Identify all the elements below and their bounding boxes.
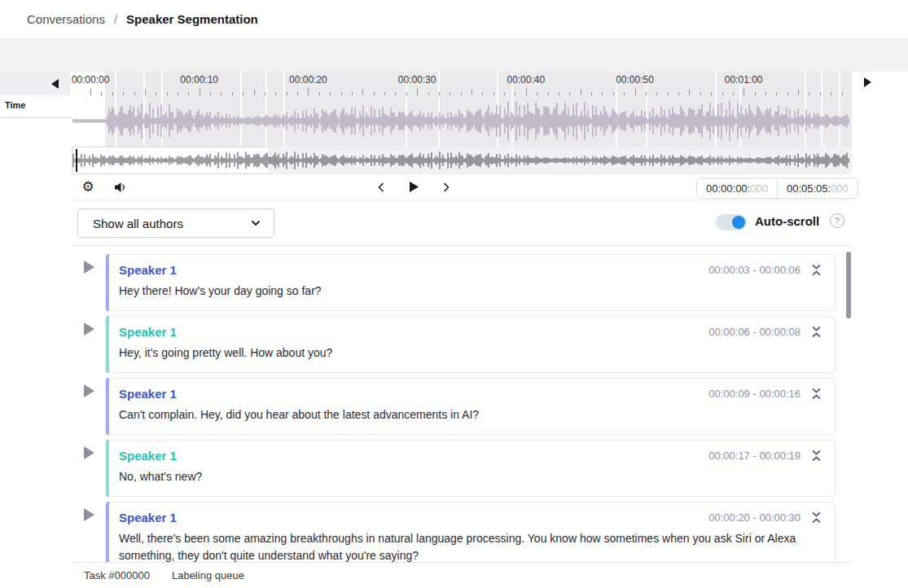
segment-transcript[interactable]: Can't complain. Hey, did you hear about … (119, 406, 822, 423)
time-display: 00:00:00:000 00:05:05:000 (696, 178, 858, 199)
segment-time-range: 00:00:20 - 00:00:30 (708, 511, 801, 524)
page-title: Speaker Segmentation (126, 12, 258, 26)
collapse-icon[interactable] (811, 325, 822, 339)
breadcrumb-conversations[interactable]: Conversations (27, 12, 105, 26)
total-duration-input[interactable]: 00:05:05:000 (777, 178, 858, 198)
timeline-left-cell (0, 72, 70, 95)
collapse-icon[interactable] (811, 511, 822, 524)
collapse-icon[interactable] (811, 449, 822, 463)
toggle-knob (732, 216, 745, 229)
chevron-down-icon (251, 220, 261, 226)
waveform-minimap[interactable] (72, 147, 852, 174)
status-bar: Task #000000 Labeling queue (72, 562, 852, 588)
speaker-label[interactable]: Speaker 1 (119, 324, 177, 340)
collapse-icon[interactable] (811, 387, 822, 401)
segment-transcript[interactable]: Hey, it's going pretty well. How about y… (119, 344, 822, 362)
segment-play-icon[interactable] (84, 261, 94, 274)
segment-play-icon[interactable] (84, 323, 94, 336)
ruler-tick-label: 00:00:10 (180, 74, 218, 86)
segment-card[interactable]: Speaker 100:00:06 - 00:00:08Hey, it's go… (105, 316, 836, 373)
segment-play-icon[interactable] (84, 508, 94, 521)
segment-row: Speaker 100:00:03 - 00:00:06Hey there! H… (72, 254, 852, 311)
play-icon[interactable] (406, 174, 422, 200)
main-waveform (72, 95, 852, 147)
segment-row: Speaker 100:00:09 - 00:00:16Can't compla… (72, 378, 852, 435)
time-ruler-ticks (72, 87, 852, 95)
previous-region-icon[interactable] (373, 174, 389, 200)
auto-scroll-label: Auto-scroll (755, 214, 819, 228)
segment-row: Speaker 100:00:20 - 00:00:30Well, there'… (72, 502, 852, 562)
ruler-tick-label: 00:00:00 (72, 74, 110, 86)
segment-card[interactable]: Speaker 100:00:20 - 00:00:30Well, there'… (105, 502, 836, 562)
segment-list: Speaker 100:00:03 - 00:00:06Hey there! H… (72, 245, 852, 562)
segment-transcript[interactable]: Hey there! How's your day going so far? (119, 283, 822, 300)
ruler-tick-label: 00:00:20 (289, 74, 327, 86)
ruler-tick-label: 00:00:30 (398, 74, 436, 86)
speaker-label[interactable]: Speaker 1 (119, 386, 177, 402)
speaker-color-stripe (106, 502, 109, 562)
task-id-label: Task #000000 (84, 569, 150, 581)
list-scrollbar[interactable] (846, 252, 851, 318)
filter-bar: Show all authors Auto-scroll ? (72, 200, 852, 245)
speaker-color-stripe (106, 316, 109, 373)
scroll-right-icon[interactable] (864, 77, 871, 87)
speaker-label[interactable]: Speaker 1 (119, 448, 177, 464)
segment-time-range: 00:00:03 - 00:00:06 (708, 264, 801, 276)
time-ruler: 00:00:0000:00:1000:00:2000:00:3000:00:40… (72, 74, 852, 87)
volume-icon[interactable] (111, 174, 130, 200)
ruler-tick-label: 00:00:40 (507, 74, 545, 86)
segment-card[interactable]: Speaker 100:00:17 - 00:00:19No, what's n… (105, 440, 836, 497)
ruler-tick-label: 00:00:50 (616, 74, 654, 86)
segment-transcript[interactable]: Well, there's been some amazing breakthr… (119, 530, 822, 562)
segment-row: Speaker 100:00:17 - 00:00:19No, what's n… (72, 440, 852, 497)
ruler-tick-label: 00:01:00 (725, 74, 763, 86)
segment-transcript[interactable]: No, what's new? (119, 468, 822, 485)
minimap-waveform (72, 147, 852, 174)
next-region-icon[interactable] (438, 174, 454, 200)
breadcrumb-separator: / (114, 12, 117, 26)
current-time-input[interactable]: 00:00:00:000 (697, 178, 777, 198)
segment-play-icon[interactable] (84, 384, 94, 397)
authors-filter-value: Show all authors (93, 217, 183, 230)
segment-time-range: 00:00:09 - 00:00:16 (708, 388, 801, 400)
auto-scroll-toggle[interactable] (716, 214, 747, 230)
player-controls: ⚙ 00:00:00:000 00:05:05:000 (72, 174, 852, 200)
speaker-color-stripe (106, 254, 109, 311)
help-icon[interactable]: ? (830, 213, 844, 228)
speaker-label[interactable]: Speaker 1 (119, 262, 177, 279)
queue-label: Labeling queue (172, 569, 244, 581)
speaker-color-stripe (106, 440, 109, 497)
segment-time-range: 00:00:06 - 00:00:08 (708, 326, 801, 338)
audio-timeline[interactable]: 00:00:0000:00:1000:00:2000:00:3000:00:40… (72, 72, 852, 147)
top-spacer-band (0, 38, 908, 72)
playhead[interactable] (76, 149, 77, 172)
settings-gear-icon[interactable]: ⚙ (78, 174, 98, 200)
collapse-icon[interactable] (811, 263, 822, 277)
scroll-left-icon[interactable] (51, 79, 59, 89)
segment-time-range: 00:00:17 - 00:00:19 (708, 450, 801, 462)
speaker-label[interactable]: Speaker 1 (119, 510, 177, 526)
authors-filter-dropdown[interactable]: Show all authors (77, 208, 274, 238)
segment-card[interactable]: Speaker 100:00:03 - 00:00:06Hey there! H… (105, 254, 836, 311)
time-row-label: Time (0, 95, 72, 118)
speaker-segmentation-app: Conversations / Speaker Segmentation 00:… (0, 0, 908, 588)
breadcrumb: Conversations / Speaker Segmentation (0, 0, 908, 38)
speaker-color-stripe (106, 378, 109, 435)
segment-row: Speaker 100:00:06 - 00:00:08Hey, it's go… (72, 316, 852, 373)
segment-play-icon[interactable] (84, 446, 94, 459)
segment-card[interactable]: Speaker 100:00:09 - 00:00:16Can't compla… (105, 378, 836, 435)
